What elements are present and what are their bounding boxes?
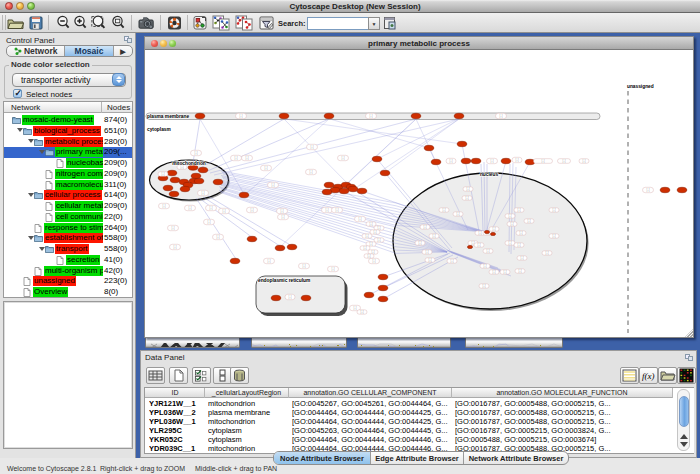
svg-text:[..]: [..] (222, 209, 225, 213)
svg-text:[..]: [..] (353, 306, 356, 310)
svg-text:[..]: [..] (490, 159, 493, 163)
svg-text:cytoplasm: cytoplasm (147, 127, 171, 132)
svg-text:[..]: [..] (372, 259, 375, 263)
svg-text:[..]: [..] (432, 234, 435, 238)
svg-text:[..]: [..] (234, 156, 237, 160)
svg-text:[..]: [..] (209, 206, 212, 210)
svg-text:[..]: [..] (423, 225, 426, 229)
svg-text:mitochondrion: mitochondrion (172, 161, 206, 166)
svg-text:[..]: [..] (331, 267, 334, 271)
svg-text:[..]: [..] (358, 217, 361, 221)
svg-text:[..]: [..] (373, 230, 376, 234)
svg-text:[..]: [..] (302, 264, 305, 268)
svg-text:[..]: [..] (201, 191, 204, 195)
svg-text:[..]: [..] (418, 241, 421, 245)
svg-text:[..]: [..] (363, 246, 366, 250)
svg-text:[..]: [..] (503, 270, 506, 274)
svg-text:f(x): f(x) (642, 371, 655, 381)
svg-text:[..]: [..] (515, 158, 518, 162)
svg-text:[..]: [..] (450, 259, 453, 263)
svg-text:[..]: [..] (477, 243, 480, 247)
svg-text:[..]: [..] (250, 208, 253, 212)
svg-text:[..]: [..] (171, 226, 174, 230)
svg-text:[..]: [..] (527, 219, 530, 223)
svg-text:[..]: [..] (562, 159, 565, 163)
svg-text:[..]: [..] (239, 114, 242, 118)
svg-text:[..]: [..] (541, 159, 544, 163)
svg-text:[..]: [..] (517, 208, 520, 212)
svg-text:[..]: [..] (428, 258, 431, 262)
svg-text:[..]: [..] (216, 235, 219, 239)
svg-text:[..]: [..] (646, 188, 649, 192)
svg-text:[..]: [..] (520, 256, 523, 260)
svg-text:[..]: [..] (288, 295, 291, 299)
svg-text:[..]: [..] (173, 245, 176, 249)
svg-text:[..]: [..] (365, 234, 368, 238)
svg-text:[..]: [..] (267, 259, 270, 263)
svg-text:[..]: [..] (466, 187, 469, 191)
svg-text:[..]: [..] (449, 159, 452, 163)
svg-text:[..]: [..] (310, 145, 313, 149)
svg-text:[..]: [..] (369, 242, 372, 246)
svg-text:[..]: [..] (545, 251, 548, 255)
svg-text:[..]: [..] (508, 214, 511, 218)
svg-text:[..]: [..] (360, 310, 363, 314)
svg-text:endoplasmic reticulum: endoplasmic reticulum (258, 278, 310, 283)
svg-text:[..]: [..] (552, 208, 555, 212)
svg-text:[..]: [..] (465, 196, 468, 200)
svg-text:[..]: [..] (188, 206, 191, 210)
svg-text:[..]: [..] (161, 172, 164, 176)
svg-text:[..]: [..] (456, 212, 459, 216)
svg-text:[..]: [..] (582, 159, 585, 163)
svg-text:[..]: [..] (367, 254, 370, 258)
svg-text:unassigned: unassigned (627, 84, 654, 89)
svg-text:[..]: [..] (180, 165, 183, 169)
svg-text:[..]: [..] (499, 114, 502, 118)
svg-text:[..]: [..] (492, 270, 495, 274)
svg-text:[..]: [..] (377, 238, 380, 242)
svg-text:[..]: [..] (245, 156, 248, 160)
svg-text:[..]: [..] (486, 249, 489, 253)
svg-text:[..]: [..] (519, 231, 522, 235)
svg-text:[..]: [..] (271, 183, 274, 187)
svg-text:[..]: [..] (369, 222, 372, 226)
svg-text:[..]: [..] (492, 227, 495, 231)
svg-text:[..]: [..] (281, 215, 284, 219)
svg-text:[..]: [..] (335, 208, 338, 212)
svg-text:[..]: [..] (369, 114, 372, 118)
svg-text:[..]: [..] (264, 166, 267, 170)
svg-text:[..]: [..] (517, 243, 520, 247)
svg-text:[..]: [..] (194, 151, 197, 155)
svg-text:nucleus: nucleus (480, 172, 498, 177)
svg-text:[..]: [..] (510, 222, 513, 226)
svg-text:[..]: [..] (552, 234, 555, 238)
svg-text:[..]: [..] (425, 250, 428, 254)
svg-text:[..]: [..] (207, 220, 210, 224)
svg-text:[..]: [..] (508, 241, 511, 245)
svg-text:[..]: [..] (482, 284, 485, 288)
svg-text:[..]: [..] (162, 204, 165, 208)
svg-text:[..]: [..] (341, 156, 344, 160)
svg-text:[..]: [..] (280, 209, 283, 213)
svg-text:[..]: [..] (518, 269, 521, 273)
svg-text:[..]: [..] (483, 264, 486, 268)
svg-text:[..]: [..] (442, 208, 445, 212)
svg-text:plasma membrane: plasma membrane (147, 114, 189, 119)
svg-text:[..]: [..] (478, 231, 481, 235)
svg-text:[..]: [..] (309, 170, 312, 174)
svg-text:[..]: [..] (325, 208, 328, 212)
